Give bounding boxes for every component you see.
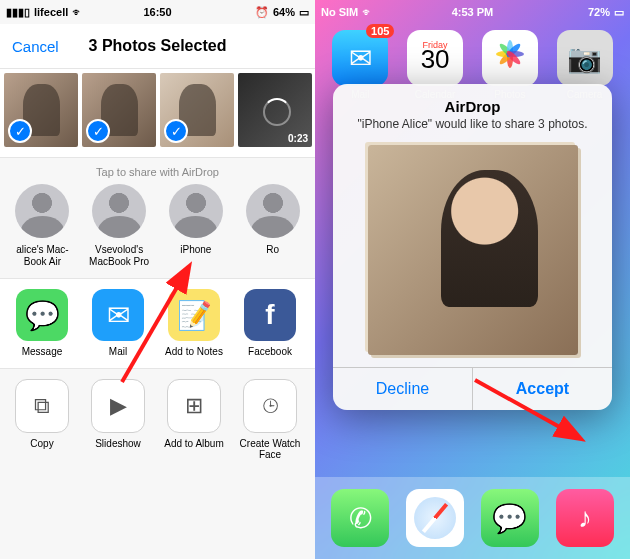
dialog-subtitle: "iPhone Alice" would like to share 3 pho…	[349, 117, 596, 131]
airdrop-hint: Tap to share with AirDrop	[0, 158, 315, 184]
airdrop-target-label: Vsevolod's MacBook Pro	[81, 244, 157, 268]
actions-row[interactable]: ⧉Copy ▶Slideshow ⊞Add to Album ⌚︎Create …	[0, 368, 315, 471]
facebook-icon: f	[244, 289, 296, 341]
messages-app-icon[interactable]: 💬	[481, 489, 539, 547]
action-watchface[interactable]: ⌚︎Create Watch Face	[232, 379, 308, 461]
calendar-date: 30	[421, 44, 450, 75]
contact-silhouette-icon	[15, 184, 69, 238]
contact-silhouette-icon	[169, 184, 223, 238]
dock: ✆ 💬 ♪	[315, 477, 630, 559]
airdrop-dialog: AirDrop "iPhone Alice" would like to sha…	[333, 84, 612, 410]
share-app-notes[interactable]: 📝Add to Notes	[156, 289, 232, 358]
airdrop-target-label: iPhone	[180, 244, 211, 256]
camera-app-icon: 📷	[557, 30, 613, 86]
photo-strip[interactable]: ✓ ✓ ✓ 0:23	[0, 69, 315, 158]
airdrop-target-label: alice's Mac- Book Air	[4, 244, 80, 268]
share-app-message[interactable]: 💬Message	[4, 289, 80, 358]
contact-silhouette-icon	[92, 184, 146, 238]
photo-thumb[interactable]: ✓	[160, 73, 234, 147]
airdrop-targets-row: alice's Mac- Book Air Vsevolod's MacBook…	[0, 184, 315, 278]
watchface-icon: ⌚︎	[243, 379, 297, 433]
selected-check-icon: ✓	[8, 119, 32, 143]
share-app-label: Message	[22, 346, 63, 358]
share-app-label: Facebook	[248, 346, 292, 358]
photo-thumb[interactable]: ✓	[82, 73, 156, 147]
action-label: Create Watch Face	[232, 438, 308, 461]
share-app-facebook[interactable]: fFacebook	[232, 289, 308, 358]
share-sheet-screen: ▮▮▮▯ lifecell ᯤ 16:50 ⏰ 64% ▭ Cancel 3 P…	[0, 0, 315, 559]
action-label: Copy	[30, 438, 53, 450]
clock: 4:53 PM	[315, 6, 630, 18]
airdrop-target[interactable]: iPhone	[158, 184, 234, 268]
photo-thumb[interactable]: ✓	[4, 73, 78, 147]
accept-button[interactable]: Accept	[473, 368, 612, 410]
status-bar: No SIMᯤ 4:53 PM 72%▭	[315, 0, 630, 24]
music-app-icon[interactable]: ♪	[556, 489, 614, 547]
action-label: Add to Album	[164, 438, 223, 450]
action-copy[interactable]: ⧉Copy	[4, 379, 80, 461]
clock: 16:50	[0, 6, 315, 18]
status-bar: ▮▮▮▯ lifecell ᯤ 16:50 ⏰ 64% ▭	[0, 0, 315, 24]
nav-title: 3 Photos Selected	[72, 37, 243, 55]
calendar-app-icon: Friday30	[407, 30, 463, 86]
cancel-button[interactable]: Cancel	[12, 38, 72, 55]
action-slideshow[interactable]: ▶Slideshow	[80, 379, 156, 461]
video-duration: 0:23	[288, 133, 308, 144]
selected-check-icon: ✓	[86, 119, 110, 143]
safari-app-icon[interactable]	[406, 489, 464, 547]
notes-icon: 📝	[168, 289, 220, 341]
share-app-label: Add to Notes	[165, 346, 223, 358]
airdrop-target[interactable]: Ro	[235, 184, 311, 268]
airdrop-target[interactable]: Vsevolod's MacBook Pro	[81, 184, 157, 268]
nav-bar: Cancel 3 Photos Selected	[0, 24, 315, 69]
airdrop-target-label: Ro	[266, 244, 279, 256]
slideshow-icon: ▶	[91, 379, 145, 433]
airdrop-target[interactable]: alice's Mac- Book Air	[4, 184, 80, 268]
airdrop-preview-image	[368, 145, 578, 355]
contact-silhouette-icon	[246, 184, 300, 238]
copy-icon: ⧉	[15, 379, 69, 433]
share-apps-row[interactable]: 💬Message ✉︎Mail 📝Add to Notes fFacebook	[0, 278, 315, 368]
decline-button[interactable]: Decline	[333, 368, 473, 410]
photos-app-icon	[482, 30, 538, 86]
airdrop-receive-screen: No SIMᯤ 4:53 PM 72%▭ ✉︎105 Mail Friday30…	[315, 0, 630, 559]
mail-app-icon: ✉︎105	[332, 30, 388, 86]
loading-spinner-icon	[263, 98, 291, 126]
dialog-title: AirDrop	[349, 98, 596, 115]
add-album-icon: ⊞	[167, 379, 221, 433]
share-app-mail[interactable]: ✉︎Mail	[80, 289, 156, 358]
message-icon: 💬	[16, 289, 68, 341]
video-thumb[interactable]: 0:23	[238, 73, 312, 147]
share-app-label: Mail	[109, 346, 127, 358]
selected-check-icon: ✓	[164, 119, 188, 143]
phone-app-icon[interactable]: ✆	[331, 489, 389, 547]
mail-icon: ✉︎	[92, 289, 144, 341]
action-label: Slideshow	[95, 438, 141, 450]
action-add-album[interactable]: ⊞Add to Album	[156, 379, 232, 461]
badge: 105	[366, 24, 394, 38]
